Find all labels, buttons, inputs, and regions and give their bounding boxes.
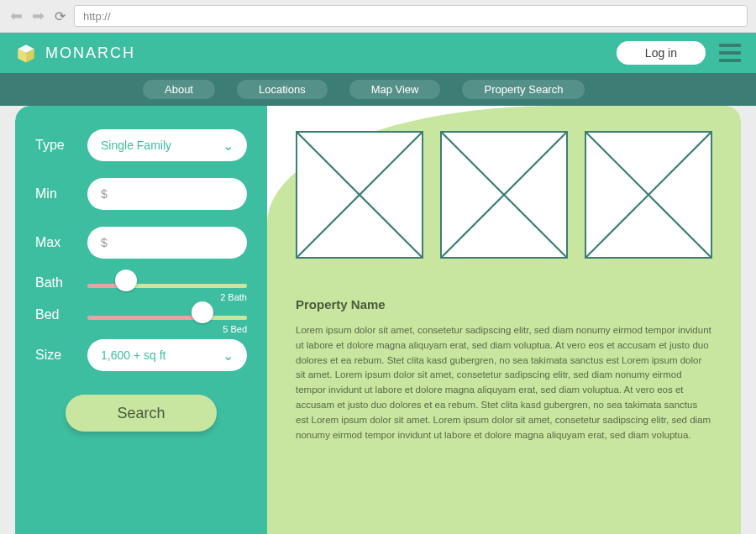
browser-toolbar: ⬅ ➡ ⟳ http://: [0, 0, 756, 33]
filter-type: Type Single Family ⌄: [35, 129, 247, 161]
hamburger-menu-icon[interactable]: [719, 44, 741, 62]
bath-slider-thumb[interactable]: [115, 270, 137, 291]
min-price-input[interactable]: $: [87, 178, 247, 210]
bed-slider-value: 5 Bed: [223, 324, 247, 334]
property-image-placeholder[interactable]: [585, 131, 712, 259]
filter-max-label: Max: [35, 235, 76, 250]
filter-size-label: Size: [35, 348, 76, 363]
filter-bath-label: Bath: [35, 275, 76, 291]
nav-tab-property-search[interactable]: Property Search: [462, 80, 585, 99]
brand-name: MONARCH: [45, 44, 135, 62]
filter-max: Max $: [35, 227, 247, 259]
size-select[interactable]: 1,600 + sq ft ⌄: [87, 339, 247, 371]
main-nav: About Locations Map View Property Search: [0, 73, 756, 106]
bed-slider-thumb[interactable]: [192, 301, 213, 323]
filter-bath: Bath 2 Bath: [35, 275, 247, 291]
bed-slider[interactable]: 5 Bed: [87, 311, 247, 320]
url-bar[interactable]: http://: [74, 5, 748, 27]
type-select[interactable]: Single Family ⌄: [87, 129, 247, 161]
property-image-placeholder[interactable]: [296, 131, 423, 259]
property-description: Lorem ipsum dolor sit amet, consetetur s…: [296, 323, 712, 443]
box-icon: [15, 42, 37, 64]
filter-bed: Bed 5 Bed: [35, 307, 247, 322]
filter-bed-label: Bed: [35, 307, 76, 322]
forward-arrow-icon[interactable]: ➡: [30, 7, 45, 25]
refresh-icon[interactable]: ⟳: [52, 8, 67, 24]
bath-slider-value: 2 Bath: [220, 292, 247, 302]
min-placeholder: $: [101, 187, 108, 201]
filter-type-label: Type: [35, 138, 76, 153]
brand-logo[interactable]: MONARCH: [15, 42, 135, 64]
login-button[interactable]: Log in: [617, 41, 706, 65]
back-arrow-icon[interactable]: ⬅: [8, 7, 24, 25]
property-image-row: [296, 131, 712, 259]
property-title: Property Name: [296, 297, 712, 312]
max-placeholder: $: [101, 236, 108, 249]
site-header: MONARCH Log in: [0, 33, 756, 73]
nav-tab-locations[interactable]: Locations: [237, 80, 328, 99]
filter-sidebar: Type Single Family ⌄ Min $ Max $ Bath: [15, 106, 267, 534]
bath-slider[interactable]: 2 Bath: [87, 279, 247, 288]
nav-tab-about[interactable]: About: [143, 80, 215, 99]
type-select-value: Single Family: [101, 139, 171, 152]
filter-min: Min $: [35, 178, 247, 210]
nav-tab-mapview[interactable]: Map View: [349, 80, 441, 99]
chevron-down-icon: ⌄: [223, 348, 234, 364]
url-text: http://: [83, 10, 111, 23]
filter-min-label: Min: [35, 186, 76, 202]
search-button[interactable]: Search: [66, 395, 217, 432]
filter-size: Size 1,600 + sq ft ⌄: [35, 339, 247, 371]
chevron-down-icon: ⌄: [223, 138, 234, 154]
content-panel: Property Name Lorem ipsum dolor sit amet…: [267, 106, 741, 534]
size-select-value: 1,600 + sq ft: [101, 348, 165, 362]
max-price-input[interactable]: $: [87, 227, 247, 259]
property-image-placeholder[interactable]: [440, 131, 568, 259]
